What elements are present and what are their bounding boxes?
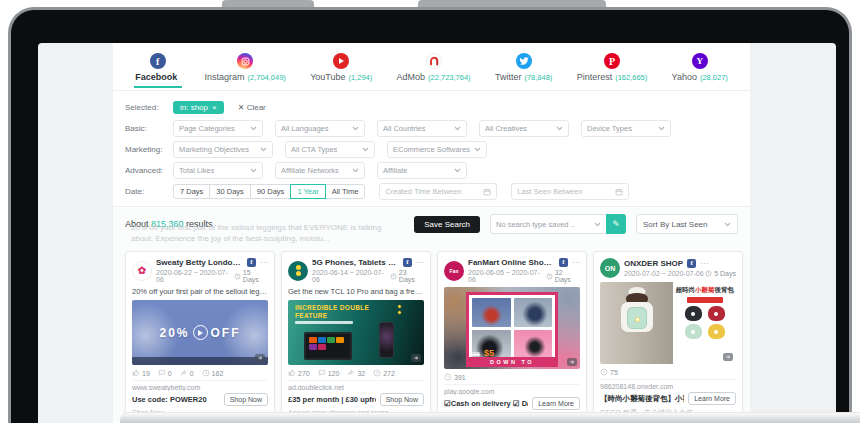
advanced-row: Advanced: Total Likes Affiliate Networks…	[125, 162, 738, 179]
clock-icon	[705, 270, 712, 277]
clear-filters-button[interactable]: ✕ Clear	[238, 103, 266, 112]
ad-description: Get the new TCL 10 Pro and bag a free TC…	[288, 287, 424, 296]
segment-7-days[interactable]: 7 Days	[173, 184, 210, 199]
ad-description: 20% off your first pair of the sellout l…	[132, 287, 268, 296]
segment-1-year[interactable]: 1 Year	[290, 184, 325, 199]
clock-icon	[373, 369, 381, 377]
segment-90-days[interactable]: 90 Days	[250, 184, 292, 199]
chevron-down-icon	[724, 222, 731, 227]
saved-search-dropdown[interactable]: No search type saved ..	[490, 214, 606, 234]
tab-yahoo[interactable]: Y Yahoo(28,027)	[670, 48, 730, 87]
dropdown-marketing-objectives[interactable]: Marketing Objectives	[173, 141, 273, 158]
tab-count: (162,665)	[615, 73, 647, 82]
segment-30-days[interactable]: 30 Days	[209, 184, 251, 199]
selected-label: Selected:	[125, 103, 173, 112]
expand-icon[interactable]	[723, 353, 733, 361]
date-label: Date:	[125, 187, 173, 196]
dropdown-all-languages[interactable]: All Languages	[275, 120, 365, 137]
advertiser-avatar[interactable]	[288, 261, 308, 281]
dropdown-total-likes[interactable]: Total Likes	[173, 162, 263, 179]
segment-all-time[interactable]: All Time	[325, 184, 366, 199]
chevron-down-icon	[594, 222, 601, 227]
ad-duration: 15 Days	[243, 269, 268, 283]
save-search-button[interactable]: Save Search	[414, 216, 480, 233]
dropdown-affiliate[interactable]: Affiliate	[377, 162, 467, 179]
ad-stats: 19 0 0 162	[132, 369, 268, 377]
dropdown-ecommerce-softwares[interactable]: ECommerce Softwares	[387, 141, 487, 158]
card-menu-button[interactable]: ⋯	[700, 259, 708, 268]
tab-pinterest[interactable]: P Pinterest(162,665)	[575, 48, 650, 87]
play-icon[interactable]	[193, 325, 208, 340]
advertiser-avatar[interactable]: Fan	[444, 261, 464, 281]
card-menu-button[interactable]: ⋯	[572, 258, 580, 267]
ad-media[interactable]: $35 $5 DOWN TO	[444, 287, 580, 369]
ad-card-fanmart: Fan FanMart Online Shopping - F... f ⋯ 2…	[437, 251, 587, 423]
shop-now-button[interactable]: Shop Now	[224, 393, 268, 406]
dropdown-all-cta-types[interactable]: All CTA Types	[285, 141, 375, 158]
advertiser-name[interactable]: Sweaty Betty London | Wom...	[156, 258, 243, 267]
facebook-glyph: f	[156, 56, 159, 67]
tab-label: Pinterest	[577, 72, 613, 82]
dropdown-all-countries[interactable]: All Countries	[377, 120, 467, 137]
tab-instagram[interactable]: Instagram(2,704,049)	[202, 48, 287, 87]
media-text: DOWN TO	[466, 357, 558, 367]
dropdown-device-types[interactable]: Device Types	[581, 120, 671, 137]
dropdown-all-creatives[interactable]: All Creatives	[479, 120, 569, 137]
ad-cta-text: £35 per month | £30 upfront | ...	[288, 395, 376, 404]
tab-label: Twitter	[495, 72, 522, 82]
basic-row: Basic: Page Categories All Languages All…	[125, 120, 738, 137]
phone-graphic	[379, 322, 394, 358]
media-text: 20%	[159, 326, 189, 340]
created-time-between-input[interactable]: Created Time Between	[379, 183, 497, 200]
tab-label: YouTube	[310, 72, 345, 82]
tab-admob[interactable]: AdMob(22,723,764)	[395, 48, 473, 87]
advertiser-avatar[interactable]: ✿	[132, 261, 152, 281]
ad-media[interactable]: 20% OFF	[132, 300, 268, 365]
learn-more-button[interactable]: Learn More	[688, 392, 736, 405]
ad-cta-text: ☑Cash on delivery ☑ Days fr...	[444, 399, 528, 408]
admob-icon	[426, 53, 442, 69]
expand-icon[interactable]	[567, 358, 577, 366]
advertiser-avatar[interactable]: ON	[600, 258, 620, 278]
card-menu-button[interactable]: ⋯	[260, 258, 268, 267]
advertiser-name[interactable]: 5G Phones, Tablets & SIMs | ...	[312, 258, 399, 267]
learn-more-button[interactable]: Learn More	[532, 397, 580, 410]
ad-date-range: 2020-06-05 ~ 2020-07-06	[468, 269, 546, 283]
last-seen-between-input[interactable]: Last Seen Between	[511, 183, 629, 200]
tab-count: (2,704,049)	[247, 73, 285, 82]
sort-dropdown[interactable]: Sort By Last Seen	[636, 214, 738, 234]
ad-cta-text: Use code: POWER20	[132, 395, 220, 404]
instagram-icon	[237, 53, 253, 69]
tab-label: Instagram	[204, 72, 244, 82]
ad-domain: www.sweatybetty.com	[132, 380, 268, 391]
ad-media[interactable]: INCREDIBLE DOUBLE FEATURE	[288, 300, 424, 365]
facebook-badge-icon: f	[687, 259, 696, 268]
ad-duration: 23 Days	[399, 269, 424, 283]
like-icon	[132, 369, 140, 377]
device-frame: f Facebook Instagram(2,704,049) YouTube(…	[8, 7, 852, 423]
expand-icon[interactable]	[255, 354, 265, 362]
ad-media[interactable]: 超時尚小雛菊後背包	[600, 282, 736, 364]
tab-youtube[interactable]: YouTube(1,294)	[308, 48, 374, 87]
edit-saved-search-button[interactable]: ✎	[606, 214, 626, 234]
expand-icon[interactable]	[411, 354, 421, 362]
clock-icon	[390, 273, 397, 280]
chevron-down-icon	[658, 126, 665, 131]
dropdown-affiliate-networks[interactable]: Affiliate Networks	[275, 162, 365, 179]
tab-facebook[interactable]: f Facebook	[133, 48, 182, 87]
shop-now-button[interactable]: Shop Now	[380, 393, 424, 406]
card-menu-button[interactable]: ⋯	[416, 258, 424, 267]
selected-chip-in-shop[interactable]: in: shop×	[173, 101, 224, 114]
chip-remove-icon[interactable]: ×	[212, 103, 217, 112]
dropdown-page-categories[interactable]: Page Categories	[173, 120, 263, 137]
tab-count: (28,027)	[700, 73, 728, 82]
tab-twitter[interactable]: Twitter(78,848)	[493, 48, 554, 87]
ad-duration: 5 Days	[714, 270, 736, 277]
ad-stats: 270 120 32 272	[288, 369, 424, 377]
pencil-icon: ✎	[612, 219, 620, 229]
twitter-icon	[516, 53, 532, 69]
advertiser-name[interactable]: FanMart Online Shopping - F...	[468, 258, 555, 267]
chevron-down-icon	[454, 168, 461, 173]
advertiser-name[interactable]: ONXDER SHOP	[624, 259, 683, 268]
ad-date-range: 2020-07-02 ~ 2020-07-06	[624, 270, 704, 277]
